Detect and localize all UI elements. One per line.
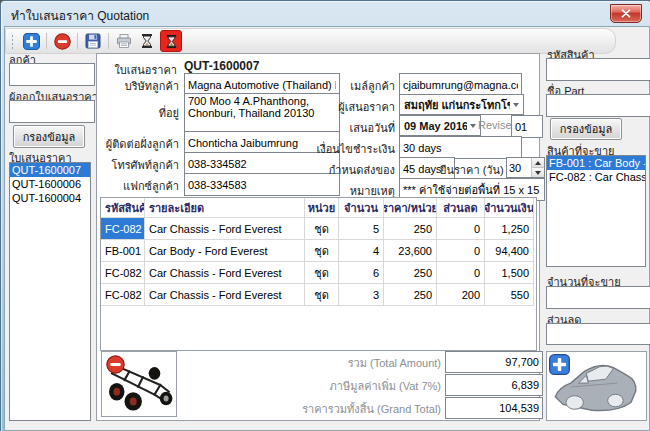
spinner-buttons bbox=[531, 158, 544, 177]
price-valid-label: ยืนราคา (วัน) bbox=[440, 161, 502, 179]
add-button[interactable] bbox=[21, 31, 41, 51]
list-item[interactable]: FC-082 : Car Chassis - Ford Everest bbox=[547, 170, 645, 184]
table-header-cell[interactable]: รหัสสินค้า bbox=[101, 198, 145, 218]
table-cell[interactable]: 94,400 bbox=[485, 240, 534, 262]
minus-icon bbox=[106, 355, 125, 374]
remove-item-button[interactable] bbox=[106, 355, 125, 374]
part-name-input[interactable] bbox=[546, 94, 650, 117]
email-label: เมล์ลูกค้า bbox=[307, 77, 395, 95]
table-cell[interactable]: 0 bbox=[437, 262, 485, 284]
revised-field[interactable] bbox=[511, 115, 543, 138]
list-item[interactable]: QUT-1600004 bbox=[10, 191, 90, 205]
table-cell[interactable]: FB-001 bbox=[101, 240, 145, 262]
issuer-filter-input[interactable] bbox=[9, 100, 95, 123]
table-cell[interactable]: 0 bbox=[437, 218, 485, 240]
list-item[interactable]: QUT-1600007 bbox=[10, 163, 90, 177]
date-select[interactable]: 09 May 2016 bbox=[399, 115, 481, 136]
date-value: 09 May 2016 bbox=[404, 120, 467, 132]
title-bar[interactable]: ทำใบเสนอราคา Quotation bbox=[1, 1, 650, 26]
table-header-cell[interactable]: รายละเอียด bbox=[145, 198, 305, 218]
plus-icon bbox=[549, 354, 570, 375]
print-button[interactable] bbox=[114, 31, 134, 51]
table-cell[interactable]: 4 bbox=[339, 240, 384, 262]
price-valid-input[interactable] bbox=[507, 158, 531, 177]
product-code-input[interactable] bbox=[546, 58, 650, 81]
filter-quotations-button[interactable]: กรองข้อมูล bbox=[13, 125, 85, 148]
list-item[interactable]: QUT-1600006 bbox=[10, 177, 90, 191]
address-label: ที่อยู่ bbox=[97, 104, 179, 122]
table-cell[interactable]: Car Chassis - Ford Everest bbox=[145, 218, 305, 240]
products-listbox[interactable]: FB-001 : Car Body - Ford Everest FC-082 … bbox=[546, 155, 646, 267]
table-cell[interactable]: ชุด bbox=[305, 218, 339, 240]
total-amount-field[interactable] bbox=[445, 351, 543, 373]
table-cell[interactable]: Car Chassis - Ford Everest bbox=[145, 284, 305, 306]
date-label: เสนอวันที่ bbox=[307, 119, 395, 137]
table-cell[interactable]: 550 bbox=[485, 284, 534, 306]
toolbar-grip[interactable] bbox=[11, 34, 14, 49]
table-cell[interactable]: FC-082 bbox=[101, 218, 145, 240]
table-header-cell[interactable]: ราคา/หน่วย bbox=[384, 198, 437, 218]
window-title: ทำใบเสนอราคา Quotation bbox=[11, 6, 149, 25]
quotation-listbox[interactable]: QUT-1600007 QUT-1600006 QUT-1600004 bbox=[9, 162, 91, 421]
table-row[interactable]: FC-082 Car Chassis - Ford Everest ชุด 5 … bbox=[101, 218, 536, 240]
table-cell[interactable]: ชุด bbox=[305, 240, 339, 262]
delivery-label: กำหนดส่งของ bbox=[307, 161, 395, 179]
table-cell[interactable]: 250 bbox=[384, 284, 437, 306]
table-cell[interactable]: 23,600 bbox=[384, 240, 437, 262]
payment-terms-field[interactable] bbox=[399, 136, 522, 159]
table-cell[interactable]: FC-082 bbox=[101, 284, 145, 306]
quotation-window: ทำใบเสนอราคา Quotation bbox=[0, 0, 650, 431]
table-header-cell[interactable]: จำนวน bbox=[339, 198, 384, 218]
quoter-value: สมฤทัย แก่นกระโทกโชคชัย bbox=[404, 96, 510, 114]
sell-discount-input[interactable] bbox=[546, 323, 650, 345]
sell-qty-input[interactable] bbox=[546, 286, 650, 309]
remove-button[interactable] bbox=[52, 31, 72, 51]
table-cell[interactable]: FC-082 bbox=[101, 262, 145, 284]
table-row[interactable]: FC-082 Car Chassis - Ford Everest ชุด 3 … bbox=[101, 284, 536, 306]
grand-total-field[interactable] bbox=[445, 397, 543, 419]
spinner-up-icon[interactable] bbox=[532, 158, 544, 167]
table-header-cell[interactable]: ส่วนลด bbox=[437, 198, 485, 218]
phone-label: โทรศัพท์ลูกค้า bbox=[97, 156, 179, 174]
table-header-cell[interactable]: หน่วย bbox=[305, 198, 339, 218]
filter-products-button[interactable]: กรองข้อมูล bbox=[550, 118, 622, 140]
price-valid-spinner[interactable] bbox=[506, 157, 545, 178]
table-cell[interactable]: 3 bbox=[339, 284, 384, 306]
list-item[interactable]: FB-001 : Car Body - Ford Everest bbox=[547, 156, 645, 170]
add-icon bbox=[23, 33, 40, 50]
save-icon bbox=[85, 33, 101, 49]
vat-field[interactable] bbox=[445, 374, 543, 396]
table-header-cell[interactable]: จำนวนเงิน bbox=[485, 198, 534, 218]
close-button[interactable] bbox=[610, 4, 642, 23]
table-cell[interactable]: 5 bbox=[339, 218, 384, 240]
table-cell[interactable]: 0 bbox=[437, 240, 485, 262]
table-row[interactable]: FB-001 Car Body - Ford Everest ชุด 4 23,… bbox=[101, 240, 536, 262]
table-row[interactable]: FC-082 Car Chassis - Ford Everest ชุด 6 … bbox=[101, 262, 536, 284]
table-cell[interactable]: 250 bbox=[384, 218, 437, 240]
hourglass-active-icon bbox=[164, 34, 179, 49]
hourglass-icon bbox=[139, 33, 155, 49]
table-cell[interactable]: Car Chassis - Ford Everest bbox=[145, 262, 305, 284]
add-item-button[interactable] bbox=[549, 354, 570, 375]
quoter-select[interactable]: สมฤทัย แก่นกระโทกโชคชัย bbox=[399, 94, 524, 115]
table-cell[interactable]: 1,500 bbox=[485, 262, 534, 284]
quotation-form-panel: ใบเสนอราคา QUT-1600007 บริษัทลูกค้า ที่อ… bbox=[96, 53, 540, 421]
contact-label: ผู้ติดต่อฝั่งลูกค้า bbox=[97, 135, 179, 153]
toolbar-separator bbox=[108, 33, 109, 49]
table-cell[interactable]: ชุด bbox=[305, 262, 339, 284]
hourglass-active-button[interactable] bbox=[160, 30, 182, 52]
items-table: รหัสสินค้า รายละเอียด หน่วย จำนวน ราคา/ห… bbox=[100, 197, 537, 351]
table-cell[interactable]: 1,250 bbox=[485, 218, 534, 240]
table-cell[interactable]: 6 bbox=[339, 262, 384, 284]
save-button[interactable] bbox=[83, 31, 103, 51]
fax-label: แฟกซ์ลูกค้า bbox=[97, 177, 179, 195]
table-cell[interactable]: Car Body - Ford Everest bbox=[145, 240, 305, 262]
table-cell[interactable]: 200 bbox=[437, 284, 485, 306]
table-cell[interactable]: 250 bbox=[384, 262, 437, 284]
email-field[interactable] bbox=[399, 73, 522, 96]
vat-label: ภาษีมูลค่าเพิ่ม (Vat 7%) bbox=[237, 377, 441, 395]
spinner-down-icon[interactable] bbox=[532, 167, 544, 177]
customer-filter-input[interactable] bbox=[9, 63, 95, 86]
hourglass-button[interactable] bbox=[137, 31, 157, 51]
table-cell[interactable]: ชุด bbox=[305, 284, 339, 306]
